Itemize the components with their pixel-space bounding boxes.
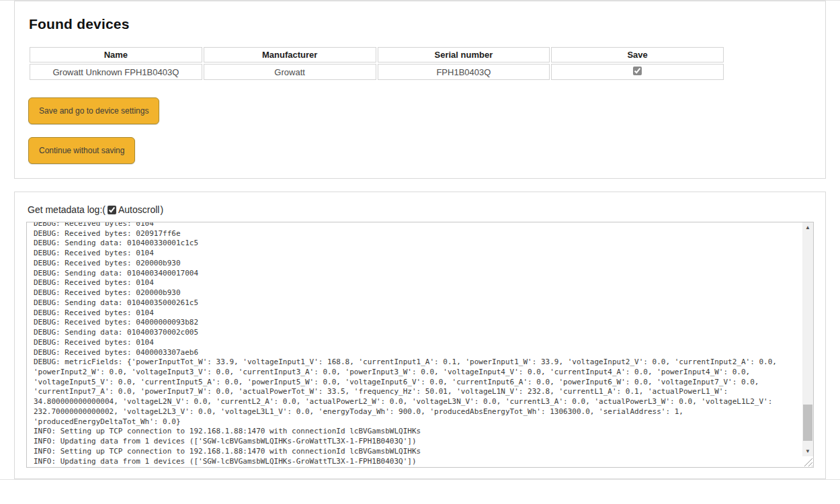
- scroll-up-icon[interactable]: ▲: [802, 222, 813, 233]
- autoscroll-checkbox[interactable]: [108, 206, 116, 214]
- page-title: Found devices: [29, 16, 812, 32]
- devices-table: Name Manufacturer Serial number Save Gro…: [28, 46, 725, 81]
- resize-grip[interactable]: [803, 457, 812, 466]
- device-serial-cell: FPH1B0403Q: [378, 64, 550, 80]
- log-panel: Get metadata log:( Autoscroll ) DEBUG: R…: [14, 192, 826, 479]
- found-devices-panel: Found devices Name Manufacturer Serial n…: [14, 1, 826, 179]
- metadata-log-output[interactable]: DEBUG: Received bytes: 0104 DEBUG: Recei…: [26, 222, 814, 468]
- column-header-save: Save: [551, 47, 724, 62]
- log-scrollbar[interactable]: ▲ ▼: [802, 222, 813, 456]
- log-label-suffix: ): [160, 204, 163, 215]
- continue-without-saving-button[interactable]: Continue without saving: [28, 137, 135, 164]
- table-row: Growatt Unknown FPH1B0403Q Growatt FPH1B…: [30, 64, 724, 80]
- log-label-prefix: Get metadata log:(: [28, 204, 106, 215]
- log-text: DEBUG: Received bytes: 0104 DEBUG: Recei…: [27, 222, 802, 467]
- device-save-cell: [551, 64, 724, 80]
- scroll-down-icon[interactable]: ▼: [802, 446, 813, 456]
- device-manufacturer-cell: Growatt: [204, 64, 376, 80]
- column-header-name: Name: [30, 47, 202, 62]
- save-devices-button[interactable]: Save and go to device settings: [28, 97, 159, 124]
- column-header-serial: Serial number: [378, 47, 550, 62]
- log-label: Get metadata log:( Autoscroll ): [28, 204, 814, 215]
- column-header-manufacturer: Manufacturer: [204, 47, 376, 62]
- bottom-divider: [0, 479, 840, 480]
- autoscroll-label: Autoscroll: [118, 204, 159, 215]
- device-name-cell: Growatt Unknown FPH1B0403Q: [30, 64, 202, 80]
- scrollbar-thumb[interactable]: [803, 405, 812, 441]
- save-checkbox[interactable]: [633, 67, 642, 75]
- table-header-row: Name Manufacturer Serial number Save: [30, 47, 724, 62]
- page: Found devices Name Manufacturer Serial n…: [0, 0, 840, 504]
